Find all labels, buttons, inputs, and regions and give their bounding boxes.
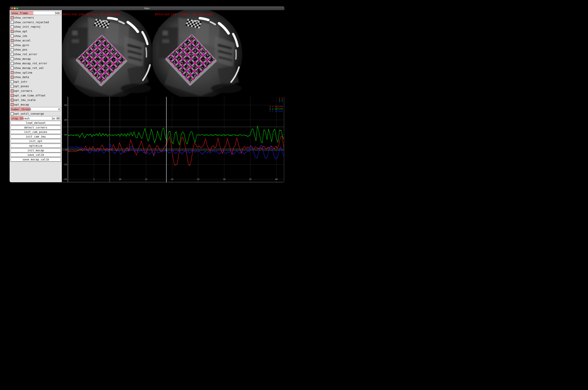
slider-show_frame[interactable]: show_frame568 xyxy=(11,11,61,15)
checkbox-show_spline[interactable]: show_spline xyxy=(11,70,61,75)
svg-text:a x Spline: a x Spline xyxy=(270,105,283,108)
minimize-button-icon[interactable] xyxy=(14,7,16,9)
checkbox-label: opt_until_converge xyxy=(14,112,44,115)
checkbox-label: show_mocap_rot_vel xyxy=(14,66,44,70)
svg-text:a z Spline: a z Spline xyxy=(270,110,283,112)
checkbox-box[interactable] xyxy=(11,112,14,115)
svg-text:a z: a z xyxy=(279,100,283,103)
checkbox-box[interactable] xyxy=(11,80,14,83)
checkbox-box[interactable] xyxy=(11,48,14,51)
checkbox-label: opt_intr xyxy=(14,80,27,83)
checkbox-box[interactable] xyxy=(11,62,14,65)
checkbox-show_mocap[interactable]: show_mocap xyxy=(11,57,61,61)
checkbox-label: show_gyro xyxy=(14,44,29,47)
button-init_cam_imu[interactable]: init_cam_imu xyxy=(11,135,61,139)
slider-label: show_frame xyxy=(11,11,28,15)
checkbox-label: show_mocap_rot_error xyxy=(14,62,47,65)
svg-text:30: 30 xyxy=(64,104,67,106)
checkbox-label: show_data xyxy=(14,76,29,79)
button-init_cam_poses[interactable]: init_cam_poses xyxy=(11,130,61,134)
checkbox-box[interactable] xyxy=(11,44,14,47)
checkbox-show_mocap_rot_vel[interactable]: show_mocap_rot_vel xyxy=(11,66,61,70)
checkbox-box[interactable] xyxy=(11,71,14,74)
main-window: Main show_frame568show_cornersshow_corne… xyxy=(10,6,284,182)
checkbox-label: show_mocap xyxy=(14,57,31,60)
checkbox-box[interactable] xyxy=(11,53,14,56)
checkbox-box[interactable] xyxy=(11,16,14,19)
checkbox-show_accel[interactable]: show_accel xyxy=(11,39,61,43)
close-button-icon[interactable] xyxy=(11,7,13,9)
checkbox-label: show_init_reproj xyxy=(14,25,40,28)
zoom-button-icon[interactable] xyxy=(16,7,18,9)
svg-text:20: 20 xyxy=(64,119,67,121)
button-detect_corners[interactable]: detect_corners xyxy=(11,126,61,130)
checkbox-opt_until_converge[interactable]: opt_until_converge xyxy=(11,112,61,116)
slider-stop_thresh[interactable]: stop_thresh1e-08 xyxy=(11,116,61,120)
checkbox-label: show_spline xyxy=(14,71,32,74)
svg-text:15: 15 xyxy=(145,178,148,181)
checkbox-show_data[interactable]: show_data xyxy=(11,75,61,79)
fisheye-image xyxy=(152,10,242,97)
checkbox-show_opt[interactable]: show_opt xyxy=(11,29,61,33)
checkbox-box[interactable] xyxy=(11,21,14,24)
checkbox-opt_poses[interactable]: opt_poses xyxy=(11,84,61,88)
button-save_mocap_calib[interactable]: save_mocap_calib xyxy=(11,157,61,161)
checkbox-opt_mocap[interactable]: opt_mocap xyxy=(11,102,61,107)
checkbox-show_init_reproj[interactable]: show_init_reproj xyxy=(11,25,61,29)
checkbox-label: show_corners xyxy=(14,16,34,19)
checkbox-label: opt_poses xyxy=(14,85,29,88)
checkbox-box[interactable] xyxy=(11,30,14,33)
camera-view-0[interactable]: Detected 144 corners (0 rejected) xyxy=(62,10,152,97)
svg-text:25: 25 xyxy=(197,178,199,181)
checkbox-opt_corners[interactable]: opt_corners xyxy=(11,89,61,93)
checkbox-box[interactable] xyxy=(11,66,14,69)
checkbox-label: show_corners_rejected xyxy=(14,21,49,24)
svg-text:35: 35 xyxy=(249,178,252,181)
checkbox-label: show_opt xyxy=(14,30,27,33)
checkbox-label: show_ids xyxy=(14,34,27,38)
svg-text:-20: -20 xyxy=(63,178,67,181)
checkbox-opt_cam_time_offset[interactable]: opt_cam_time_offset xyxy=(11,93,61,98)
button-load_dataset[interactable]: load_dataset xyxy=(11,121,61,125)
checkbox-box[interactable] xyxy=(11,57,14,60)
button-save_calib[interactable]: save_calib xyxy=(11,153,61,157)
checkbox-show_gyro[interactable]: show_gyro xyxy=(11,43,61,47)
checkbox-box[interactable] xyxy=(11,85,14,88)
checkbox-label: opt_mocap xyxy=(14,103,29,106)
checkbox-show_corners_rejected[interactable]: show_corners_rejected xyxy=(11,20,61,24)
checkbox-opt_intr[interactable]: opt_intr xyxy=(11,80,61,84)
checkbox-show_pos[interactable]: show_pos xyxy=(11,48,61,52)
window-title: Main xyxy=(144,7,150,10)
checkbox-show_mocap_rot_error[interactable]: show_mocap_rot_error xyxy=(11,61,61,65)
checkbox-show_rot_error[interactable]: show_rot_error xyxy=(11,52,61,56)
detection-status-cam1: Detected 144 corners (0 rejected) xyxy=(155,12,213,16)
slider-label: huber_thresh xyxy=(11,107,31,111)
checkbox-box[interactable] xyxy=(11,39,14,42)
control-panel: show_frame568show_cornersshow_corners_re… xyxy=(10,10,62,182)
button-init_mocap[interactable]: init_mocap xyxy=(11,148,61,152)
checkbox-box[interactable] xyxy=(11,90,14,93)
checkbox-box[interactable] xyxy=(11,34,14,38)
checkbox-show_ids[interactable]: show_ids xyxy=(11,34,61,38)
title-bar[interactable]: Main xyxy=(10,6,284,10)
plot-canvas[interactable]: 5101520253035403020100-10-20a xa ya za x… xyxy=(62,97,284,182)
button-init_opt[interactable]: init_opt xyxy=(11,139,61,143)
svg-text:0: 0 xyxy=(65,148,67,151)
slider-huber_thresh[interactable]: huber_thresh4 xyxy=(11,107,61,111)
checkbox-box[interactable] xyxy=(11,94,14,97)
checkbox-box[interactable] xyxy=(11,25,14,28)
slider-value: 568 xyxy=(55,11,60,15)
camera-view-1[interactable]: Detected 144 corners (0 rejected) xyxy=(152,10,242,97)
svg-text:30: 30 xyxy=(223,178,226,181)
checkbox-show_corners[interactable]: show_corners xyxy=(11,16,61,20)
checkbox-opt_imu_scale[interactable]: opt_imu_scale xyxy=(11,98,61,102)
accel-plot[interactable]: 5101520253035403020100-10-20a xa ya za x… xyxy=(62,97,284,182)
slider-value: 4 xyxy=(58,107,60,111)
checkbox-box[interactable] xyxy=(11,76,14,79)
button-optimize[interactable]: optimize xyxy=(11,144,61,148)
checkbox-label: opt_imu_scale xyxy=(14,98,36,102)
checkbox-box[interactable] xyxy=(11,103,14,106)
checkbox-label: opt_corners xyxy=(14,89,32,93)
checkbox-box[interactable] xyxy=(11,98,14,102)
desktop: { "window": { "title": "Main" }, "traffi… xyxy=(0,0,294,195)
